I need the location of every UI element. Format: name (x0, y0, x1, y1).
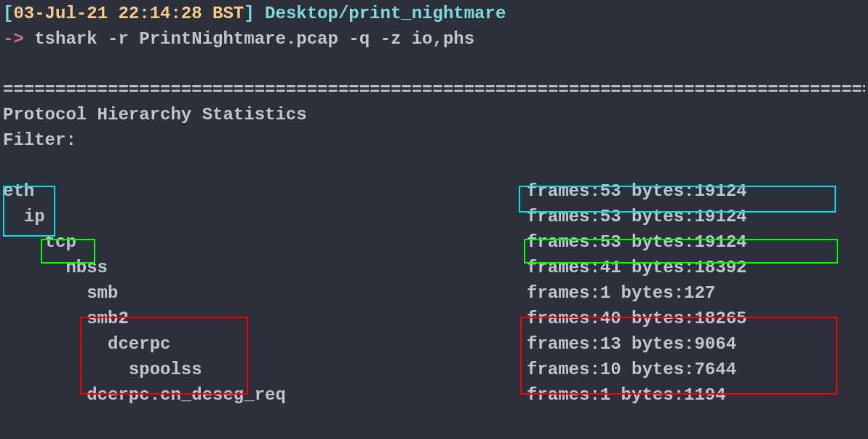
prompt-line: [03-Jul-21 22:14:28 BST] Desktop/print_n… (3, 1, 865, 27)
blank-line (3, 52, 865, 78)
protocol-stats: frames:10 bytes:7644 (527, 357, 736, 383)
protocol-stats: frames:1 bytes:127 (527, 281, 715, 306)
protocol-stats: frames:53 bytes:19124 (527, 230, 746, 256)
command-text: tshark -r PrintNightmare.pcap -q -z io,p… (34, 29, 474, 49)
protocol-row: ipframes:53 bytes:19124 (3, 205, 865, 230)
terminal-output: [03-Jul-21 22:14:28 BST] Desktop/print_n… (3, 1, 865, 408)
protocol-name: ip (3, 205, 527, 230)
protocol-name: smb2 (3, 306, 527, 332)
protocol-name: smb (3, 281, 527, 306)
protocol-name: tcp (3, 230, 527, 256)
prompt-path: Desktop/print_nightmare (255, 4, 506, 23)
protocol-stats: frames:53 bytes:19124 (527, 205, 746, 230)
protocol-name: nbss (3, 256, 527, 281)
prompt-timestamp: 03-Jul-21 22:14:28 BST (13, 4, 244, 23)
prompt-open-bracket: [ (3, 4, 13, 23)
protocol-row: smbframes:1 bytes:127 (3, 281, 865, 306)
protocol-name: spoolss (3, 357, 527, 383)
protocol-row: dcerpcframes:13 bytes:9064 (3, 332, 865, 357)
protocol-row: nbssframes:41 bytes:18392 (3, 256, 865, 281)
stats-title: Protocol Hierarchy Statistics (3, 103, 865, 128)
command-line: -> tshark -r PrintNightmare.pcap -q -z i… (3, 27, 865, 52)
protocol-row: smb2frames:40 bytes:18265 (3, 306, 865, 332)
protocol-row: ethframes:53 bytes:19124 (3, 179, 865, 205)
protocol-stats: frames:40 bytes:18265 (527, 306, 746, 332)
protocol-name: eth (3, 179, 527, 205)
prompt-separator (24, 29, 34, 49)
protocol-row: spoolssframes:10 bytes:7644 (3, 357, 865, 383)
protocol-rows: ethframes:53 bytes:19124 ipframes:53 byt… (3, 179, 865, 408)
protocol-name: dcerpc (3, 332, 527, 357)
protocol-row: dcerpc.cn_deseg_reqframes:1 bytes:1194 (3, 383, 865, 408)
protocol-stats: frames:53 bytes:19124 (527, 179, 746, 205)
protocol-stats: frames:13 bytes:9064 (527, 332, 736, 357)
protocol-stats: frames:41 bytes:18392 (527, 256, 746, 281)
protocol-stats: frames:1 bytes:1194 (527, 383, 726, 408)
protocol-name: dcerpc.cn_deseg_req (3, 383, 527, 408)
prompt-close-bracket: ] (244, 4, 254, 23)
filter-label: Filter: (3, 128, 865, 154)
horizontal-rule: ========================================… (3, 78, 865, 103)
blank-line (3, 154, 865, 179)
protocol-row: tcpframes:53 bytes:19124 (3, 230, 865, 256)
prompt-arrow: -> (3, 29, 24, 49)
